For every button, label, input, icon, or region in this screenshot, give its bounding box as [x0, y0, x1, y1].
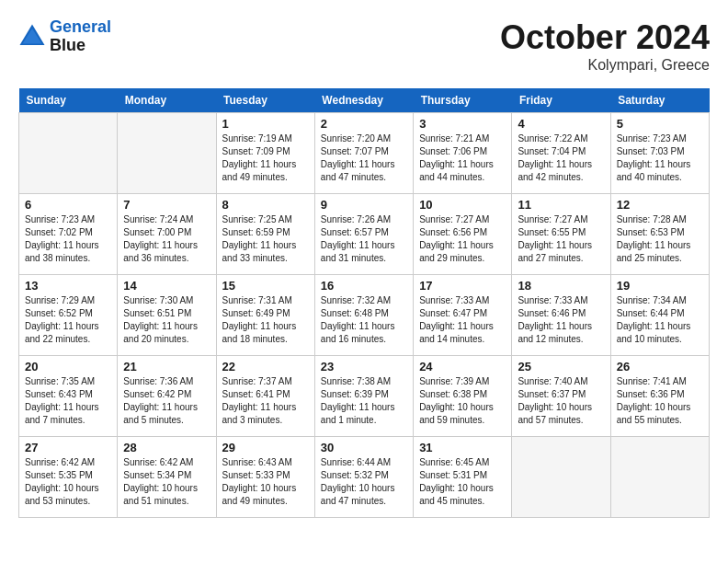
- calendar-cell: 14Sunrise: 7:30 AM Sunset: 6:51 PM Dayli…: [118, 275, 216, 356]
- calendar-cell: 20Sunrise: 7:35 AM Sunset: 6:43 PM Dayli…: [19, 356, 118, 437]
- day-info: Sunrise: 7:40 AM Sunset: 6:37 PM Dayligh…: [518, 375, 604, 427]
- day-number: 20: [25, 360, 111, 373]
- day-number: 2: [321, 117, 407, 131]
- day-info: Sunrise: 6:45 AM Sunset: 5:31 PM Dayligh…: [419, 456, 506, 508]
- day-number: 19: [617, 279, 703, 293]
- calendar-cell: 15Sunrise: 7:31 AM Sunset: 6:49 PM Dayli…: [216, 275, 314, 356]
- day-info: Sunrise: 7:30 AM Sunset: 6:51 PM Dayligh…: [123, 294, 210, 346]
- calendar-cell: 21Sunrise: 7:36 AM Sunset: 6:42 PM Dayli…: [118, 356, 216, 437]
- day-info: Sunrise: 6:44 AM Sunset: 5:32 PM Dayligh…: [321, 456, 407, 508]
- day-info: Sunrise: 7:23 AM Sunset: 7:03 PM Dayligh…: [617, 132, 703, 184]
- day-info: Sunrise: 7:35 AM Sunset: 6:43 PM Dayligh…: [25, 375, 111, 427]
- day-info: Sunrise: 7:33 AM Sunset: 6:46 PM Dayligh…: [518, 294, 604, 346]
- month-title: October 2024: [500, 18, 710, 57]
- day-number: 22: [222, 360, 309, 373]
- day-info: Sunrise: 7:23 AM Sunset: 7:02 PM Dayligh…: [25, 213, 111, 265]
- week-row-2: 6Sunrise: 7:23 AM Sunset: 7:02 PM Daylig…: [19, 194, 710, 275]
- day-info: Sunrise: 7:22 AM Sunset: 7:04 PM Dayligh…: [518, 132, 604, 184]
- calendar-cell: [19, 113, 118, 194]
- day-info: Sunrise: 7:19 AM Sunset: 7:09 PM Dayligh…: [222, 132, 309, 184]
- day-info: Sunrise: 7:31 AM Sunset: 6:49 PM Dayligh…: [222, 294, 309, 346]
- day-number: 11: [518, 198, 604, 212]
- day-info: Sunrise: 6:43 AM Sunset: 5:33 PM Dayligh…: [222, 456, 309, 508]
- day-number: 28: [123, 441, 210, 454]
- calendar-cell: 7Sunrise: 7:24 AM Sunset: 7:00 PM Daylig…: [118, 194, 216, 275]
- day-info: Sunrise: 7:33 AM Sunset: 6:47 PM Dayligh…: [419, 294, 506, 346]
- calendar-cell: 18Sunrise: 7:33 AM Sunset: 6:46 PM Dayli…: [512, 275, 610, 356]
- day-number: 14: [123, 279, 210, 293]
- calendar-cell: 13Sunrise: 7:29 AM Sunset: 6:52 PM Dayli…: [19, 275, 118, 356]
- day-info: Sunrise: 7:20 AM Sunset: 7:07 PM Dayligh…: [321, 132, 407, 184]
- day-number: 29: [222, 441, 309, 454]
- day-number: 26: [617, 360, 703, 373]
- day-info: Sunrise: 7:38 AM Sunset: 6:39 PM Dayligh…: [321, 375, 407, 427]
- calendar-cell: 19Sunrise: 7:34 AM Sunset: 6:44 PM Dayli…: [610, 275, 709, 356]
- weekday-header-saturday: Saturday: [610, 88, 709, 113]
- calendar-cell: 11Sunrise: 7:27 AM Sunset: 6:55 PM Dayli…: [512, 194, 610, 275]
- calendar-cell: 26Sunrise: 7:41 AM Sunset: 6:36 PM Dayli…: [610, 356, 709, 437]
- calendar-cell: 27Sunrise: 6:42 AM Sunset: 5:35 PM Dayli…: [19, 437, 118, 518]
- day-number: 4: [518, 117, 604, 131]
- calendar-cell: 30Sunrise: 6:44 AM Sunset: 5:32 PM Dayli…: [314, 437, 413, 518]
- calendar-cell: 16Sunrise: 7:32 AM Sunset: 6:48 PM Dayli…: [314, 275, 413, 356]
- calendar-cell: 12Sunrise: 7:28 AM Sunset: 6:53 PM Dayli…: [610, 194, 709, 275]
- day-number: 18: [518, 279, 604, 293]
- calendar-cell: 22Sunrise: 7:37 AM Sunset: 6:41 PM Dayli…: [216, 356, 314, 437]
- day-number: 13: [25, 279, 111, 293]
- weekday-header-sunday: Sunday: [19, 88, 118, 113]
- day-info: Sunrise: 7:27 AM Sunset: 6:56 PM Dayligh…: [419, 213, 506, 265]
- day-number: 6: [25, 198, 111, 212]
- day-number: 1: [222, 117, 309, 131]
- day-info: Sunrise: 7:27 AM Sunset: 6:55 PM Dayligh…: [518, 213, 604, 265]
- day-info: Sunrise: 6:42 AM Sunset: 5:35 PM Dayligh…: [25, 456, 111, 508]
- weekday-header-tuesday: Tuesday: [216, 88, 314, 113]
- calendar-cell: 25Sunrise: 7:40 AM Sunset: 6:37 PM Dayli…: [512, 356, 610, 437]
- calendar-cell: 23Sunrise: 7:38 AM Sunset: 6:39 PM Dayli…: [314, 356, 413, 437]
- logo: General Blue: [18, 18, 111, 55]
- day-number: 31: [419, 441, 506, 454]
- day-info: Sunrise: 7:21 AM Sunset: 7:06 PM Dayligh…: [419, 132, 506, 184]
- week-row-4: 20Sunrise: 7:35 AM Sunset: 6:43 PM Dayli…: [19, 356, 710, 437]
- day-number: 24: [419, 360, 506, 373]
- calendar-cell: 17Sunrise: 7:33 AM Sunset: 6:47 PM Dayli…: [414, 275, 512, 356]
- weekday-header-thursday: Thursday: [414, 88, 512, 113]
- day-number: 23: [321, 360, 407, 373]
- calendar-cell: 29Sunrise: 6:43 AM Sunset: 5:33 PM Dayli…: [216, 437, 314, 518]
- day-info: Sunrise: 7:39 AM Sunset: 6:38 PM Dayligh…: [419, 375, 506, 427]
- day-info: Sunrise: 7:36 AM Sunset: 6:42 PM Dayligh…: [123, 375, 210, 427]
- logo-text: General Blue: [50, 18, 111, 55]
- calendar-cell: 24Sunrise: 7:39 AM Sunset: 6:38 PM Dayli…: [414, 356, 512, 437]
- day-number: 27: [25, 441, 111, 454]
- calendar-cell: 1Sunrise: 7:19 AM Sunset: 7:09 PM Daylig…: [216, 113, 314, 194]
- weekday-header-row: SundayMondayTuesdayWednesdayThursdayFrid…: [19, 88, 710, 113]
- day-info: Sunrise: 7:41 AM Sunset: 6:36 PM Dayligh…: [617, 375, 703, 427]
- weekday-header-wednesday: Wednesday: [314, 88, 413, 113]
- day-info: Sunrise: 7:24 AM Sunset: 7:00 PM Dayligh…: [123, 213, 210, 265]
- calendar-cell: 10Sunrise: 7:27 AM Sunset: 6:56 PM Dayli…: [414, 194, 512, 275]
- page-header: General Blue October 2024 Kolympari, Gre…: [18, 18, 710, 74]
- calendar-cell: 8Sunrise: 7:25 AM Sunset: 6:59 PM Daylig…: [216, 194, 314, 275]
- day-number: 25: [518, 360, 604, 373]
- calendar-cell: 9Sunrise: 7:26 AM Sunset: 6:57 PM Daylig…: [314, 194, 413, 275]
- day-number: 16: [321, 279, 407, 293]
- day-number: 5: [617, 117, 703, 131]
- weekday-header-monday: Monday: [118, 88, 216, 113]
- day-number: 12: [617, 198, 703, 212]
- weekday-header-friday: Friday: [512, 88, 610, 113]
- week-row-5: 27Sunrise: 6:42 AM Sunset: 5:35 PM Dayli…: [19, 437, 710, 518]
- location: Kolympari, Greece: [500, 57, 710, 74]
- title-block: October 2024 Kolympari, Greece: [500, 18, 710, 74]
- day-number: 30: [321, 441, 407, 454]
- calendar-cell: [512, 437, 610, 518]
- calendar-cell: 4Sunrise: 7:22 AM Sunset: 7:04 PM Daylig…: [512, 113, 610, 194]
- day-number: 8: [222, 198, 309, 212]
- week-row-3: 13Sunrise: 7:29 AM Sunset: 6:52 PM Dayli…: [19, 275, 710, 356]
- day-info: Sunrise: 7:34 AM Sunset: 6:44 PM Dayligh…: [617, 294, 703, 346]
- calendar-cell: [118, 113, 216, 194]
- day-number: 3: [419, 117, 506, 131]
- day-number: 21: [123, 360, 210, 373]
- day-info: Sunrise: 7:26 AM Sunset: 6:57 PM Dayligh…: [321, 213, 407, 265]
- day-info: Sunrise: 7:37 AM Sunset: 6:41 PM Dayligh…: [222, 375, 309, 427]
- logo-icon: [18, 23, 46, 51]
- calendar-table: SundayMondayTuesdayWednesdayThursdayFrid…: [18, 88, 710, 518]
